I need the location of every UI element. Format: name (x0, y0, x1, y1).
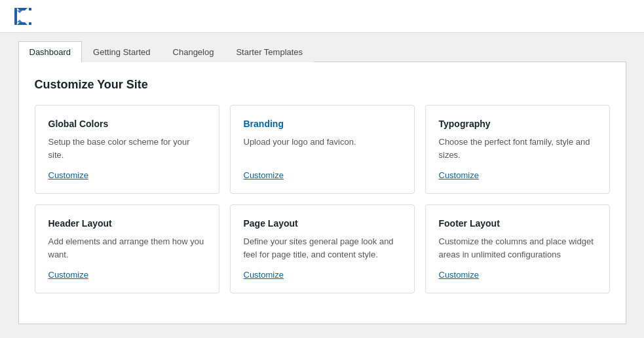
card-page-layout-title: Page Layout (244, 218, 401, 229)
card-footer-layout-customize-link[interactable]: Customize (439, 270, 596, 280)
tab-item-changelog[interactable]: Changelog (162, 41, 225, 62)
card-header-layout: Header Layout Add elements and arrange t… (35, 204, 219, 293)
svg-marker-4 (17, 20, 22, 22)
card-typography: Typography Choose the perfect font famil… (425, 105, 610, 194)
svg-marker-2 (17, 10, 22, 13)
card-page-layout: Page Layout Define your sites general pa… (230, 204, 415, 293)
svg-marker-3 (17, 22, 28, 25)
card-global-colors-customize-link[interactable]: Customize (48, 170, 206, 180)
tab-dashboard[interactable]: Dashboard (18, 41, 83, 62)
card-typography-customize-link[interactable]: Customize (439, 170, 596, 180)
card-header-layout-title: Header Layout (48, 218, 206, 229)
card-page-layout-description: Define your sites general page look and … (244, 235, 401, 261)
card-footer-layout: Footer Layout Customize the columns and … (425, 204, 610, 293)
tabs-nav: Dashboard Getting Started Changelog Star… (18, 33, 626, 62)
svg-rect-5 (29, 8, 31, 10)
kadence-logo-icon (10, 4, 35, 29)
card-branding: Branding Upload your logo and favicon. C… (230, 105, 415, 194)
card-page-layout-customize-link[interactable]: Customize (244, 270, 401, 280)
card-footer-layout-title: Footer Layout (439, 218, 596, 229)
tab-starter-templates[interactable]: Starter Templates (225, 41, 314, 62)
section-title: Customize Your Site (35, 78, 610, 92)
svg-marker-1 (17, 8, 28, 10)
svg-rect-0 (14, 8, 17, 25)
card-global-colors-description: Setup the base color scheme for your sit… (48, 136, 206, 161)
card-branding-title: Branding (244, 119, 401, 129)
tab-getting-started[interactable]: Getting Started (82, 41, 161, 62)
svg-rect-6 (29, 22, 31, 25)
main-container: Dashboard Getting Started Changelog Star… (8, 33, 637, 324)
tabs-list: Dashboard Getting Started Changelog Star… (18, 41, 626, 62)
tab-item-dashboard[interactable]: Dashboard (18, 41, 83, 62)
cards-grid: Global Colors Setup the base color schem… (35, 105, 610, 293)
card-typography-description: Choose the perfect font family, style an… (439, 136, 596, 161)
card-global-colors-title: Global Colors (48, 119, 206, 129)
card-header-layout-description: Add elements and arrange them how you wa… (48, 235, 206, 261)
card-global-colors: Global Colors Setup the base color schem… (35, 105, 219, 194)
tab-item-getting-started[interactable]: Getting Started (82, 41, 161, 62)
card-footer-layout-description: Customize the columns and place widget a… (439, 235, 596, 261)
logo (10, 4, 35, 29)
tab-item-starter-templates[interactable]: Starter Templates (225, 41, 314, 62)
card-branding-description: Upload your logo and favicon. (244, 136, 401, 161)
card-header-layout-customize-link[interactable]: Customize (48, 270, 206, 280)
card-branding-customize-link[interactable]: Customize (244, 170, 401, 180)
content-area: Customize Your Site Global Colors Setup … (18, 62, 626, 324)
top-bar (0, 0, 644, 33)
card-typography-title: Typography (439, 119, 596, 129)
tab-changelog[interactable]: Changelog (162, 41, 225, 62)
